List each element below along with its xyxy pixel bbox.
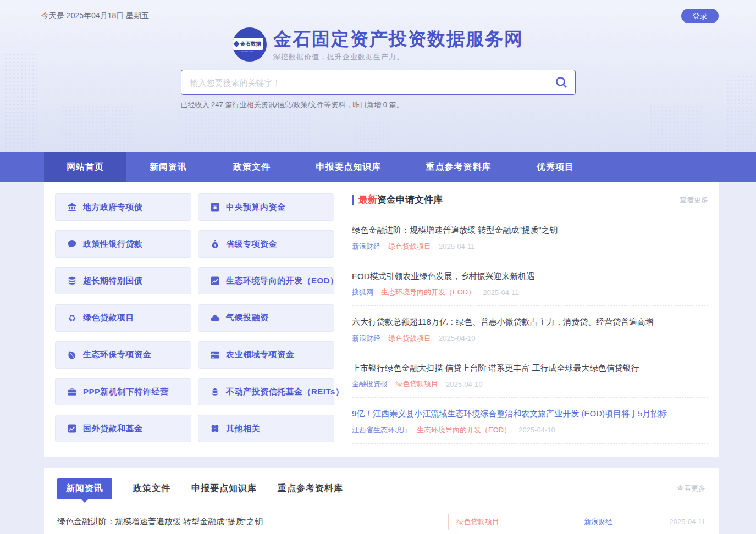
building-decor (649, 105, 701, 152)
search-input[interactable] (181, 70, 576, 95)
category-box[interactable]: ¥中央预算内资金 (198, 193, 334, 221)
news-tag[interactable]: 生态环境导向的开发（EOD） (417, 425, 511, 435)
bottom-tab-新闻资讯[interactable]: 新闻资讯 (57, 478, 112, 499)
nav-tab-申报要点知识库[interactable]: 申报要点知识库 (294, 152, 404, 182)
site-title: 金石固定资产投资数据服务网 (273, 27, 523, 50)
search-button[interactable] (553, 74, 570, 92)
news-title[interactable]: 绿色金融进阶：规模增速普遍放缓 转型金融成“提质”之钥 (352, 225, 708, 236)
site-subtitle: 深挖数据价值，提升企业数据生产力。 (273, 52, 523, 62)
category-box[interactable]: 生态环保专项资金 (55, 341, 191, 369)
building-decor (60, 105, 132, 152)
category-box[interactable]: 地方政府专项债 (55, 193, 191, 221)
news-item[interactable]: EOD模式引领农业绿色发展，乡村振兴迎来新机遇搜狐网生态环境导向的开发（EOD）… (352, 260, 708, 307)
category-box[interactable]: ♻绿色贷款项目 (55, 304, 191, 332)
leaf-icon (67, 349, 78, 360)
bottom-tab-申报要点知识库[interactable]: 申报要点知识库 (191, 478, 257, 499)
nav-tab-网站首页[interactable]: 网站首页 (44, 152, 126, 182)
current-date: 今天是 2025年04月18日 星期五 (41, 11, 149, 21)
category-label: 不动产投资信托基金（REITs） (226, 387, 344, 397)
logo-text: 金石数据 (240, 41, 261, 48)
category-label: 生态环保专项资金 (83, 349, 151, 360)
news-source[interactable]: 搜狐网 (352, 287, 373, 297)
news-meta: 搜狐网生态环境导向的开发（EOD）2025-04-11 (352, 287, 708, 297)
main-nav-tabs: 网站首页新闻资讯政策文件申报要点知识库重点参考资料库优秀项目 (44, 152, 756, 182)
category-box[interactable]: 气候投融资 (198, 304, 334, 332)
brand: 金石数据 JINSHI Data 金石固定资产投资数据服务网 深挖数据价值，提升… (0, 27, 756, 62)
panel-title-highlight: 最新 (358, 193, 377, 206)
category-box[interactable]: 超长期特别国债 (55, 267, 191, 294)
nav-tab-优秀项目[interactable]: 优秀项目 (514, 152, 597, 182)
news-item[interactable]: 上市银行绿色金融大扫描 信贷上台阶 谱系更丰富 工行成全球最大绿色信贷银行金融投… (352, 352, 708, 398)
header-accent-bar (352, 195, 354, 205)
category-box[interactable]: 农业领域专项资金 (198, 341, 334, 369)
building-decor (184, 91, 311, 152)
logo-subtext: JINSHI Data (241, 50, 253, 53)
building-decor (4, 53, 37, 152)
nav-tab-政策文件[interactable]: 政策文件 (210, 152, 294, 182)
bottom-tab-重点参考资料库[interactable]: 重点参考资料库 (278, 478, 343, 499)
header-hero: 今天是 2025年04月18日 星期五 登录 金石数据 JINSHI Data … (0, 0, 756, 152)
bottom-news-row[interactable]: 绿色金融进阶：规模增速普遍放缓 转型金融成“提质”之钥绿色贷款项目新浪财经202… (57, 514, 705, 534)
view-more-link[interactable]: 查看更多 (680, 195, 708, 205)
category-box[interactable]: 生态环境导向的开发（EOD） (198, 267, 334, 294)
news-item[interactable]: 六大行贷款总额超118万亿：绿色、普惠小微贷款占主力，消费贷、经营贷普遍高增新浪… (352, 306, 708, 352)
view-more-link-bottom[interactable]: 查看更多 (677, 483, 705, 493)
login-button[interactable]: 登录 (681, 9, 719, 23)
news-source[interactable]: 江西省生态环境厅 (352, 425, 409, 435)
brand-text: 金石固定资产投资数据服务网 深挖数据价值，提升企业数据生产力。 (273, 27, 523, 62)
latest-files-panel: 最新 资金申请文件库 查看更多 绿色金融进阶：规模增速普遍放缓 转型金融成“提质… (352, 193, 708, 444)
category-box[interactable]: 政策性银行贷款 (55, 230, 191, 258)
category-label: PPP新机制下特许经营 (83, 387, 169, 397)
category-label: 国外贷款和基金 (83, 424, 143, 434)
site-logo: 金石数据 JINSHI Data (233, 27, 267, 62)
row-tag-badge[interactable]: 绿色贷款项目 (448, 514, 507, 530)
briefcase-icon (67, 386, 78, 397)
news-source[interactable]: 新浪财经 (352, 333, 380, 343)
row-title[interactable]: 绿色金融进阶：规模增速普遍放缓 转型金融成“提质”之钥 (57, 516, 448, 527)
news-title[interactable]: EOD模式引领农业绿色发展，乡村振兴迎来新机遇 (352, 271, 708, 282)
news-source[interactable]: 新浪财经 (352, 242, 380, 252)
svg-text:¥: ¥ (214, 243, 216, 247)
category-box[interactable]: 国外贷款和基金 (55, 415, 191, 442)
news-meta: 新浪财经绿色贷款项目2025-04-11 (352, 242, 708, 252)
category-box[interactable]: 不动产投资信托基金（REITs） (198, 378, 334, 405)
category-label: 气候投融资 (226, 313, 269, 323)
panel-title: 资金申请文件库 (377, 193, 443, 206)
news-meta: 金融投资报绿色贷款项目2025-04-10 (352, 379, 708, 389)
row-date: 2025-04-11 (645, 518, 705, 526)
news-title[interactable]: 六大行贷款总额超118万亿：绿色、普惠小微贷款占主力，消费贷、经营贷普遍高增 (352, 316, 708, 327)
news-meta: 江西省生态环境厅生态环境导向的开发（EOD）2025-04-10 (352, 425, 708, 435)
news-meta: 新浪财经绿色贷款项目2025-04-10 (352, 333, 708, 343)
news-item[interactable]: 绿色金融进阶：规模增速普遍放缓 转型金融成“提质”之钥新浪财经绿色贷款项目202… (352, 214, 708, 260)
news-tag[interactable]: 绿色贷款项目 (388, 242, 431, 252)
news-tag[interactable]: 绿色贷款项目 (395, 379, 438, 389)
category-label: 政策性银行贷款 (83, 239, 143, 249)
news-tag[interactable]: 生态环境导向的开发（EOD） (381, 287, 475, 297)
yen-square-icon: ¥ (209, 202, 220, 213)
news-title[interactable]: 9亿！江西崇义县小江流域生态环境综合整治和农文旅产业开发 (EOD)项目将于5月… (352, 408, 708, 419)
row-source[interactable]: 新浪财经 (551, 517, 645, 527)
category-label: 地方政府专项债 (83, 202, 143, 213)
category-box[interactable]: ¥省级专项资金 (198, 230, 334, 258)
chart-up-icon (67, 423, 78, 434)
news-date: 2025-04-11 (439, 242, 475, 251)
card-lines-icon (209, 349, 220, 360)
bank-icon (67, 202, 78, 213)
news-item[interactable]: 9亿！江西崇义县小江流域生态环境综合整治和农文旅产业开发 (EOD)项目将于5月… (352, 398, 708, 444)
news-tag[interactable]: 绿色贷款项目 (388, 333, 431, 343)
bottom-tabs: 新闻资讯政策文件申报要点知识库重点参考资料库查看更多 (57, 478, 705, 499)
category-box[interactable]: PPP新机制下特许经营 (55, 378, 191, 405)
nav-tab-重点参考资料库[interactable]: 重点参考资料库 (404, 152, 514, 182)
category-box[interactable]: 其他相关 (198, 415, 334, 442)
bottom-section-card: 新闻资讯政策文件申报要点知识库重点参考资料库查看更多 绿色金融进阶：规模增速普遍… (44, 468, 719, 534)
topbar: 今天是 2025年04月18日 星期五 登录 (0, 0, 756, 25)
category-label: 农业领域专项资金 (226, 349, 294, 360)
nav-tab-新闻资讯[interactable]: 新闻资讯 (126, 152, 210, 182)
category-label: 生态环境导向的开发（EOD） (226, 276, 339, 286)
bottom-news-list: 绿色金融进阶：规模增速普遍放缓 转型金融成“提质”之钥绿色贷款项目新浪财经202… (57, 514, 705, 534)
category-grid: 地方政府专项债¥中央预算内资金政策性银行贷款¥省级专项资金超长期特别国债生态环境… (55, 193, 334, 444)
news-source[interactable]: 金融投资报 (352, 379, 388, 389)
bottom-tab-政策文件[interactable]: 政策文件 (133, 478, 170, 499)
category-label: 中央预算内资金 (226, 202, 286, 213)
news-title[interactable]: 上市银行绿色金融大扫描 信贷上台阶 谱系更丰富 工行成全球最大绿色信贷银行 (352, 363, 708, 374)
